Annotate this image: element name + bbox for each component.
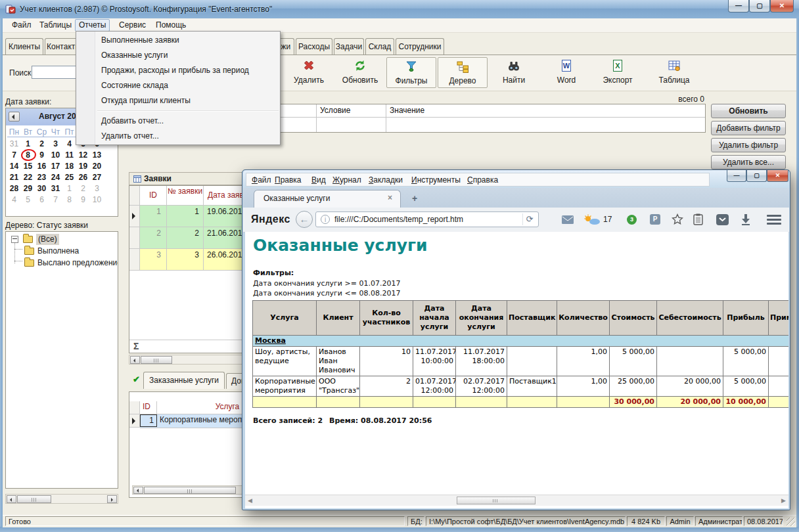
export-button[interactable]: X Экспорт (593, 57, 643, 88)
browser-menu-history[interactable]: Журнал (332, 174, 361, 186)
calendar-day[interactable]: 29 (21, 183, 35, 194)
refresh-button[interactable]: Обновить (335, 57, 385, 88)
reload-icon[interactable]: ⟳ (522, 213, 536, 225)
calendar-day[interactable]: 14 (7, 161, 21, 172)
calendar-day[interactable]: 15 (21, 161, 35, 172)
calendar-day[interactable]: 7 (49, 194, 62, 206)
notification-badge[interactable]: 3 (627, 215, 637, 225)
tab-ordered-services[interactable]: Заказанные услуги (143, 372, 225, 389)
tree-item-done[interactable]: Выполнена (6, 246, 118, 257)
reports-menu-item[interactable]: Продажи, расходы и прибыль за период (76, 63, 280, 78)
minimize-button[interactable]: — (728, 0, 749, 12)
reports-menu-item[interactable]: Состояние склада (76, 78, 280, 93)
calendar-day[interactable]: 27 (90, 172, 104, 183)
browser-close-button[interactable]: ✕ (767, 170, 788, 182)
browser-menu-view[interactable]: Вид (311, 174, 326, 186)
calendar-day[interactable]: 2 (35, 139, 49, 150)
hamburger-menu-icon[interactable] (767, 213, 781, 227)
download-icon[interactable] (741, 213, 751, 227)
mail-icon[interactable] (562, 215, 574, 226)
browser-tab[interactable]: Оказанные услуги × (254, 190, 401, 208)
calendar-day[interactable]: 30 (35, 183, 49, 194)
close-button[interactable]: ✕ (770, 0, 794, 12)
weather-icon[interactable] (583, 214, 601, 227)
calendar-day[interactable]: 19 (76, 161, 90, 172)
calendar-day[interactable]: 11 (62, 150, 76, 161)
yandex-logo[interactable]: Яндекс (251, 213, 290, 225)
scrollbar-thumb[interactable] (141, 356, 172, 364)
calendar-day[interactable]: 18 (62, 161, 76, 172)
calendar-day[interactable]: 10 (49, 150, 62, 161)
collapse-icon[interactable] (11, 236, 18, 243)
services-col-id[interactable]: ID ▲ (140, 401, 157, 414)
browser-menu-file[interactable]: Файл (252, 174, 271, 186)
calendar-day[interactable]: 22 (21, 172, 35, 183)
calendar-day[interactable]: 26 (76, 172, 90, 183)
delete-button[interactable]: Удалить (284, 57, 334, 88)
calendar-day[interactable]: 21 (7, 172, 21, 183)
reports-menu-item[interactable]: Добавить отчет... (76, 114, 280, 129)
calendar-day[interactable]: 17 (49, 161, 62, 172)
reports-menu-item[interactable]: Удалить отчет... (76, 129, 280, 144)
browser-menu-tools[interactable]: Инструменты (411, 174, 461, 186)
add-filter-button[interactable]: Добавить фильтр (711, 121, 786, 135)
back-button[interactable]: ← (296, 211, 313, 228)
url-text[interactable]: file:///C:/Documents/temp_report.htm (334, 215, 463, 224)
tree-item-offer-sent[interactable]: Выслано предложение (6, 257, 118, 269)
calendar-day[interactable]: 16 (35, 161, 49, 172)
menu-file[interactable]: Файл (9, 20, 35, 31)
calendar-day[interactable]: 6 (35, 194, 49, 206)
remove-filter-button[interactable]: Удалить фильтр (711, 138, 786, 152)
tree-button[interactable]: Дерево (438, 57, 488, 88)
browser-maximize-button[interactable]: ▢ (746, 170, 767, 182)
scroll-left-button[interactable] (130, 356, 140, 364)
calendar-day[interactable]: 13 (90, 150, 104, 161)
scroll-right-button[interactable] (107, 495, 117, 503)
browser-menu-help[interactable]: Справка (467, 174, 498, 186)
scroll-left-button[interactable] (133, 487, 143, 494)
browser-menu-bookmarks[interactable]: Закладки (369, 174, 403, 186)
scroll-left-button[interactable]: ◀ (248, 497, 252, 504)
requests-col-id[interactable]: ID (140, 186, 167, 206)
calendar-day[interactable]: 1 (62, 183, 76, 194)
calendar-day[interactable]: 1 (21, 139, 35, 150)
calendar-day[interactable]: 7 (7, 150, 21, 161)
tab-close-icon[interactable]: × (388, 193, 392, 202)
table-button[interactable]: Таблица (649, 57, 699, 88)
reports-menu-item[interactable]: Откуда пришли клиенты (76, 93, 280, 108)
menu-reports[interactable]: Отчеты (75, 19, 110, 32)
calendar-day[interactable]: 25 (62, 172, 76, 183)
tab-employees[interactable]: Сотрудники (396, 38, 444, 55)
calendar-day[interactable]: 5 (21, 194, 35, 206)
resize-grip[interactable] (787, 518, 795, 526)
menu-service[interactable]: Сервис (116, 20, 149, 31)
clipboard-icon[interactable] (693, 213, 703, 227)
calendar-day[interactable]: 10 (90, 194, 104, 206)
calendar-day[interactable]: 3 (49, 139, 62, 150)
refresh-filters-button[interactable]: Обновить (711, 104, 786, 118)
filters-button[interactable]: Фильтры (386, 57, 436, 88)
scroll-right-button[interactable]: ▶ (781, 497, 786, 504)
scrollbar-thumb[interactable] (144, 487, 236, 494)
requests-col-num[interactable]: № заявки (167, 186, 204, 206)
menu-help[interactable]: Помощь (152, 20, 189, 31)
address-bar[interactable]: i file:///C:/Documents/temp_report.htm ⟳ (315, 211, 539, 227)
scroll-left-button[interactable] (7, 495, 16, 503)
calendar-day[interactable]: 8 (21, 150, 35, 161)
scrollbar-thumb[interactable] (457, 497, 536, 504)
scrollbar-thumb[interactable] (17, 495, 51, 503)
calendar-day[interactable]: 3 (90, 183, 104, 194)
new-tab-button[interactable]: + (407, 194, 422, 204)
calendar-day[interactable]: 4 (62, 139, 76, 150)
calendar-day[interactable]: 9 (76, 194, 90, 206)
calendar-day[interactable]: 8 (62, 194, 76, 206)
remove-all-filters-button[interactable]: Удалить все... (711, 155, 786, 169)
calendar-day[interactable]: 9 (35, 150, 49, 161)
menu-tables[interactable]: Таблицы (36, 20, 75, 31)
info-icon[interactable]: i (321, 215, 330, 224)
calendar-day[interactable]: 24 (49, 172, 62, 183)
find-button[interactable]: Найти (489, 57, 539, 88)
left-panel-scrollbar[interactable] (5, 494, 118, 504)
browser-menu-edit[interactable]: Правка (275, 174, 302, 186)
bookmark-star-icon[interactable] (672, 213, 683, 227)
